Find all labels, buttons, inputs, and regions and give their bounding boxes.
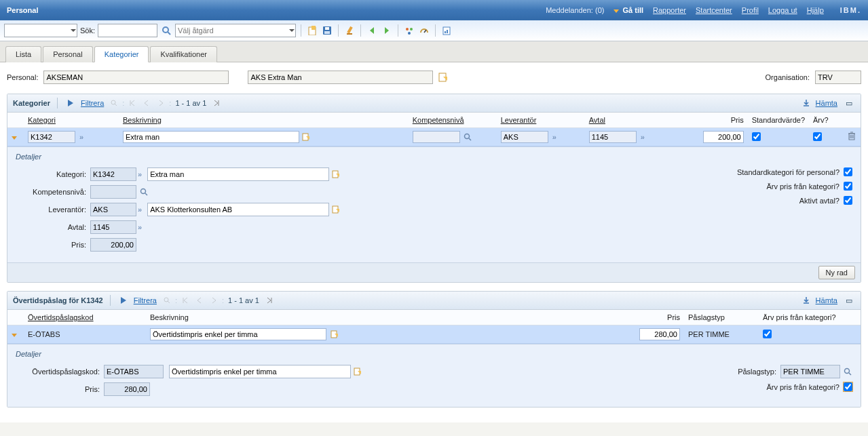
long-desc-icon[interactable] bbox=[332, 205, 340, 214]
det-supplier-desc[interactable] bbox=[147, 203, 329, 216]
lookup-icon[interactable]: » bbox=[136, 170, 143, 178]
col-contract[interactable]: Avtal bbox=[585, 113, 673, 128]
gauge-icon[interactable] bbox=[418, 24, 430, 37]
long-desc-icon[interactable] bbox=[354, 368, 362, 376]
profile-link[interactable]: Profil bbox=[742, 6, 759, 14]
section-menu-icon[interactable]: ▭ bbox=[843, 97, 855, 109]
row-contract[interactable] bbox=[589, 131, 637, 143]
row-price[interactable] bbox=[703, 131, 744, 143]
long-desc-icon[interactable] bbox=[331, 330, 339, 338]
new-record-icon[interactable] bbox=[306, 24, 318, 37]
prev-page-icon[interactable] bbox=[140, 97, 153, 109]
search-small-icon[interactable] bbox=[108, 97, 120, 109]
help-link[interactable]: Hjälp bbox=[807, 6, 824, 14]
download-icon[interactable] bbox=[802, 99, 810, 107]
new-row-button[interactable]: Ny rad bbox=[818, 266, 855, 279]
det-ot-inherit-checkbox[interactable] bbox=[844, 382, 852, 391]
personal-desc-field[interactable] bbox=[248, 71, 433, 84]
row-inherit-checkbox[interactable] bbox=[813, 132, 822, 141]
prev-record-icon[interactable] bbox=[366, 24, 378, 37]
row-category[interactable] bbox=[28, 131, 75, 143]
row-description[interactable] bbox=[123, 131, 299, 143]
reports-link[interactable]: Rapporter bbox=[653, 6, 686, 14]
table-row[interactable]: E-ÖTABS PER TIMME bbox=[7, 325, 861, 344]
org-field[interactable] bbox=[815, 71, 861, 84]
search-icon[interactable] bbox=[160, 24, 172, 37]
lookup-icon[interactable]: » bbox=[639, 133, 646, 141]
det-ot-price[interactable] bbox=[104, 382, 150, 396]
active-contract-checkbox[interactable] bbox=[844, 196, 852, 205]
tab-list[interactable]: Lista bbox=[5, 46, 41, 62]
lookup-icon[interactable]: » bbox=[136, 205, 143, 214]
expand-row-icon[interactable] bbox=[12, 136, 17, 140]
search-input[interactable] bbox=[98, 24, 157, 37]
trash-icon[interactable] bbox=[847, 132, 856, 141]
filter-link[interactable]: Filtrera bbox=[81, 99, 104, 107]
tab-personal[interactable]: Personal bbox=[43, 46, 92, 62]
col-ot-code[interactable]: Övertidspåslagskod bbox=[24, 310, 146, 325]
lookup-icon[interactable]: » bbox=[136, 223, 143, 231]
filter-play-icon[interactable] bbox=[117, 294, 130, 306]
report-icon[interactable] bbox=[440, 24, 453, 37]
det-contract[interactable] bbox=[90, 220, 136, 234]
logout-link[interactable]: Logga ut bbox=[768, 6, 797, 14]
next-record-icon[interactable] bbox=[381, 24, 393, 37]
search-icon[interactable] bbox=[139, 187, 149, 197]
det-ot-code[interactable] bbox=[104, 365, 164, 378]
download-link[interactable]: Hämta bbox=[816, 99, 837, 107]
svg-line-24 bbox=[469, 138, 471, 140]
lookup-icon[interactable]: » bbox=[551, 133, 558, 141]
prev-page-icon[interactable] bbox=[193, 294, 206, 306]
row-competence[interactable] bbox=[413, 131, 460, 143]
det-competence[interactable] bbox=[90, 185, 136, 199]
messages-indicator[interactable]: Meddelanden: (0) bbox=[546, 6, 604, 14]
tab-categories[interactable]: Kategorier bbox=[94, 46, 149, 62]
inherit-price-checkbox[interactable] bbox=[844, 182, 852, 191]
next-page-icon[interactable] bbox=[208, 294, 220, 306]
goto-menu[interactable]: Gå till bbox=[614, 6, 643, 14]
det-supplier[interactable] bbox=[90, 203, 136, 216]
col-competence[interactable]: Kompetensnivå bbox=[409, 113, 497, 128]
long-desc-icon[interactable] bbox=[332, 170, 340, 178]
filter-link[interactable]: Filtrera bbox=[134, 296, 157, 304]
row-ot-price[interactable] bbox=[639, 328, 680, 340]
det-category[interactable] bbox=[90, 167, 136, 181]
next-page-icon[interactable] bbox=[155, 97, 167, 109]
search-icon[interactable] bbox=[843, 367, 852, 376]
last-page-icon[interactable] bbox=[210, 97, 223, 109]
lookup-icon[interactable]: » bbox=[78, 133, 85, 141]
std-personal-checkbox[interactable] bbox=[844, 167, 852, 176]
search-icon[interactable] bbox=[463, 132, 472, 142]
col-description[interactable]: Beskrivning bbox=[119, 113, 409, 128]
long-desc-icon[interactable] bbox=[302, 133, 310, 141]
startcenter-link[interactable]: Startcenter bbox=[696, 6, 732, 14]
row-ot-inherit-checkbox[interactable] bbox=[763, 330, 772, 338]
save-icon[interactable] bbox=[321, 24, 333, 37]
first-page-icon[interactable] bbox=[126, 97, 138, 109]
col-category[interactable]: Kategori bbox=[24, 113, 119, 128]
det-ot-desc[interactable] bbox=[169, 365, 351, 378]
workflow-icon[interactable] bbox=[403, 24, 415, 37]
det-category-desc[interactable] bbox=[147, 167, 329, 181]
download-link[interactable]: Hämta bbox=[816, 296, 837, 304]
table-row[interactable]: » bbox=[7, 128, 861, 146]
col-supplier[interactable]: Leverantör bbox=[497, 113, 585, 128]
search-small-icon[interactable] bbox=[161, 294, 173, 306]
tab-qualifications[interactable]: Kvalifikationer bbox=[150, 46, 216, 62]
first-page-icon[interactable] bbox=[179, 294, 191, 306]
row-supplier[interactable] bbox=[501, 131, 548, 143]
det-price[interactable] bbox=[90, 238, 136, 252]
detail-menu-icon[interactable] bbox=[438, 73, 448, 82]
expand-row-icon[interactable] bbox=[12, 334, 17, 337]
clear-icon[interactable] bbox=[343, 24, 356, 37]
filter-play-icon[interactable] bbox=[64, 97, 77, 109]
download-icon[interactable] bbox=[802, 296, 810, 304]
section-menu-icon[interactable]: ▭ bbox=[843, 294, 855, 306]
row-ot-desc[interactable] bbox=[150, 328, 326, 340]
quick-select[interactable] bbox=[4, 24, 77, 37]
det-ot-type[interactable] bbox=[780, 365, 840, 378]
last-page-icon[interactable] bbox=[263, 294, 276, 306]
personal-id-field[interactable] bbox=[43, 71, 229, 84]
row-default-checkbox[interactable] bbox=[752, 132, 761, 141]
action-select[interactable] bbox=[175, 24, 296, 37]
